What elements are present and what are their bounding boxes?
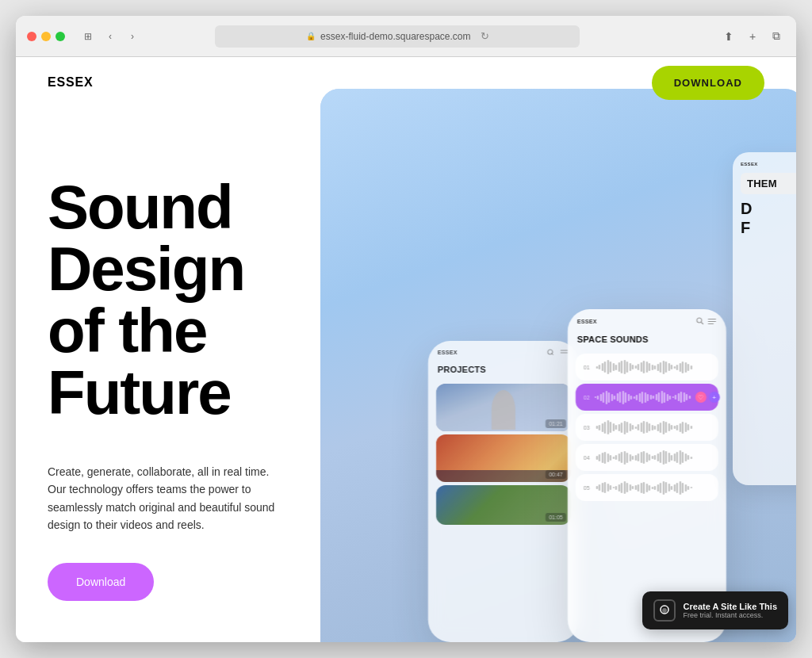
item-num-5: 05 [584,485,592,491]
traffic-light-minimize[interactable] [41,32,51,41]
waveform-item-5: 05 [576,474,718,501]
nav-download-button[interactable]: DOWNLOAD [652,66,764,100]
phone-projects: ESSEX PROJECTS [428,341,579,642]
squarespace-badge-title: Create A Site Like This [684,602,777,611]
phone-partial-content: ESSEX THEM D F [733,152,796,245]
waveform-item-4: 04 [576,444,718,471]
browser-action-buttons: ⬆ + ⧉ [720,28,785,45]
phone-partial: ESSEX THEM D F [733,152,796,485]
phone-projects-brand: ESSEX [438,350,458,355]
phone-sounds-brand: ESSEX [577,319,597,324]
waveform-bars-5 [596,480,710,495]
phone-sounds-header: ESSEX [568,309,726,330]
waveform-item-3: 03 [576,414,718,441]
browser-window: ⊞ ‹ › 🔒 essex-fluid-demo.squarespace.com… [16,16,796,642]
phone-projects-icons [547,349,569,355]
phone-sounds-title: SPACE SOUNDS [568,330,726,350]
item-num-1: 01 [584,365,592,370]
traffic-light-maximize[interactable] [56,32,65,41]
squarespace-icon [658,604,671,617]
hero-section: Sound Design of the Future Create, gener… [16,57,796,642]
site-logo: ESSEX [48,75,93,90]
waveform-item-2: 02 ♡ + [576,384,718,411]
plus-icon[interactable]: + [709,392,720,403]
traffic-lights [27,32,65,41]
squarespace-logo [653,599,676,622]
new-tab-button[interactable]: + [744,28,761,45]
partial-label-f: F [741,220,796,235]
hero-title-line1: Sound Design [48,172,244,304]
traffic-light-close[interactable] [27,32,36,41]
partial-label-themes: THEM [747,178,796,189]
project-item-2: 00:47 [436,434,571,482]
lock-icon: 🔒 [306,32,316,40]
project-duration-3: 01:05 [546,513,566,522]
hero-title: Sound Design of the Future [48,176,374,423]
project-item-3: 01:05 [436,485,571,525]
url-text: essex-fluid-demo.squarespace.com [320,31,470,42]
waveform-bars-2 [595,390,691,404]
project-duration-1: 01:21 [546,419,566,428]
hero-left-content: Sound Design of the Future Create, gener… [16,57,406,642]
back-button[interactable]: ‹ [102,28,119,45]
svg-line-5 [701,323,703,325]
waveform-bars-1 [596,360,710,374]
address-bar[interactable]: 🔒 essex-fluid-demo.squarespace.com ↻ [215,25,580,48]
heart-icon[interactable]: ♡ [695,392,707,403]
share-button[interactable]: ⬆ [720,28,737,45]
browser-nav-controls: ⊞ ‹ › [79,28,141,45]
reload-icon: ↻ [481,30,489,42]
waveform-bars-3 [596,420,710,434]
svg-point-4 [697,318,702,323]
phone-projects-title: PROJECTS [428,360,579,381]
squarespace-badge-subtitle: Free trial. Instant access. [684,611,777,619]
hero-title-line2: of the Future [48,296,231,427]
phone-projects-header: ESSEX [428,341,579,360]
hero-description: Create, generate, collaborate, all in re… [48,463,285,534]
page-content: ESSEX DOWNLOAD Sound Design of the Futur… [16,57,796,642]
item-num-2: 02 [584,395,590,400]
item-action-icons: ♡ + [695,392,720,403]
search-icon [547,349,557,355]
squarespace-badge[interactable]: Create A Site Like This Free trial. Inst… [642,591,788,629]
project-item-1: 01:21 [436,384,571,431]
navigation: ESSEX DOWNLOAD [16,57,796,108]
forward-button[interactable]: › [124,28,141,45]
waveform-bars-4 [596,450,710,465]
item-num-3: 03 [584,425,592,430]
browser-chrome: ⊞ ‹ › 🔒 essex-fluid-demo.squarespace.com… [16,16,796,57]
squarespace-badge-text: Create A Site Like This Free trial. Inst… [684,602,777,619]
project-duration-2: 00:47 [546,470,566,479]
hero-download-button[interactable]: Download [48,563,154,601]
waveform-item-1: 01 [576,354,718,381]
partial-label-d: D [741,201,796,216]
copy-tab-button[interactable]: ⧉ [768,28,785,45]
phone-sounds-icons [696,317,717,325]
menu-icon-2 [707,318,717,324]
item-num-4: 04 [584,455,592,461]
tabs-button[interactable]: ⊞ [79,28,97,45]
search-icon-2 [696,317,704,325]
partial-phone-brand: ESSEX [741,162,796,166]
